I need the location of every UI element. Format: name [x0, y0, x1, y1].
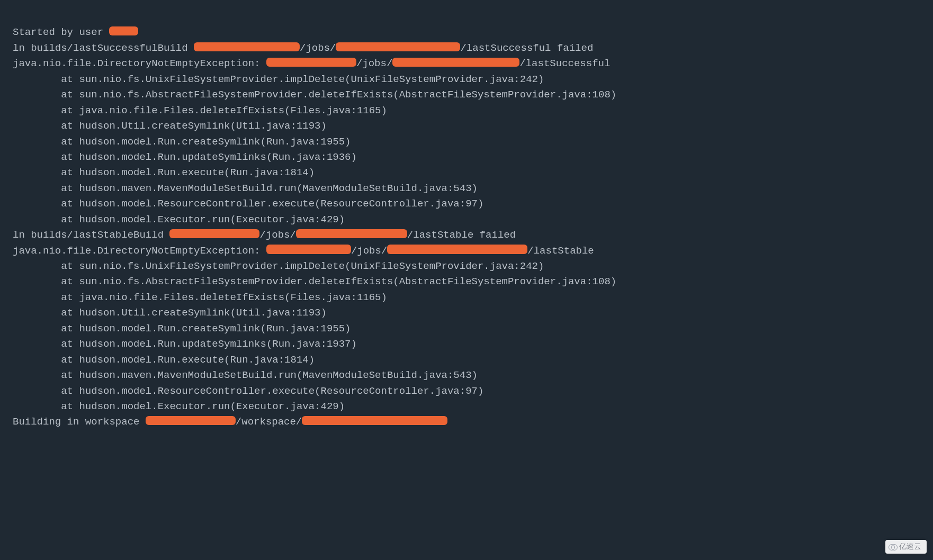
exc-stable-suffix: /lastStable — [527, 245, 594, 257]
ln-success-jobs: /jobs/ — [300, 42, 336, 54]
exc-stable-line: java.nio.file.DirectoryNotEmptyException… — [13, 245, 594, 257]
ln-stable-suffix: /lastStable failed — [407, 229, 516, 241]
redacted-job — [296, 229, 407, 238]
ln-stable-line: ln builds/lastStableBuild /jobs//lastSta… — [13, 229, 516, 241]
redacted-path — [169, 229, 259, 238]
building-line: Building in workspace /workspace/ — [13, 416, 447, 428]
redacted-user — [109, 26, 138, 35]
building-prefix: Building in workspace — [13, 416, 146, 428]
redacted-job — [336, 42, 460, 51]
ln-stable-prefix: ln builds/lastStableBuild — [13, 229, 169, 241]
redacted-job — [392, 58, 519, 67]
ln-success-prefix: ln builds/lastSuccessfulBuild — [13, 42, 194, 54]
stack-trace-1: at sun.nio.fs.UnixFileSystemProvider.imp… — [13, 74, 616, 225]
stack-trace-2: at sun.nio.fs.UnixFileSystemProvider.imp… — [13, 260, 616, 412]
console-output: Started by user ln builds/lastSuccessful… — [0, 0, 933, 443]
redacted-path — [266, 245, 351, 254]
redacted-path — [194, 42, 300, 51]
ln-success-suffix: /lastSuccessful failed — [460, 42, 593, 54]
exc-success-prefix: java.nio.file.DirectoryNotEmptyException… — [13, 58, 266, 69]
redacted-path — [146, 416, 236, 425]
redacted-workspace — [302, 416, 447, 425]
exc-success-line: java.nio.file.DirectoryNotEmptyException… — [13, 58, 610, 69]
exc-success-suffix: /lastSuccessful — [519, 58, 610, 69]
redacted-job — [387, 245, 527, 254]
redacted-path — [266, 58, 356, 67]
building-mid: /workspace/ — [236, 416, 302, 428]
started-label: Started by user — [13, 26, 109, 38]
exc-success-jobs: /jobs/ — [356, 58, 392, 69]
exc-stable-prefix: java.nio.file.DirectoryNotEmptyException… — [13, 245, 266, 257]
ln-stable-jobs: /jobs/ — [259, 229, 295, 241]
ln-success-line: ln builds/lastSuccessfulBuild /jobs//las… — [13, 42, 593, 54]
exc-stable-jobs: /jobs/ — [351, 245, 387, 257]
started-line: Started by user — [13, 26, 138, 38]
